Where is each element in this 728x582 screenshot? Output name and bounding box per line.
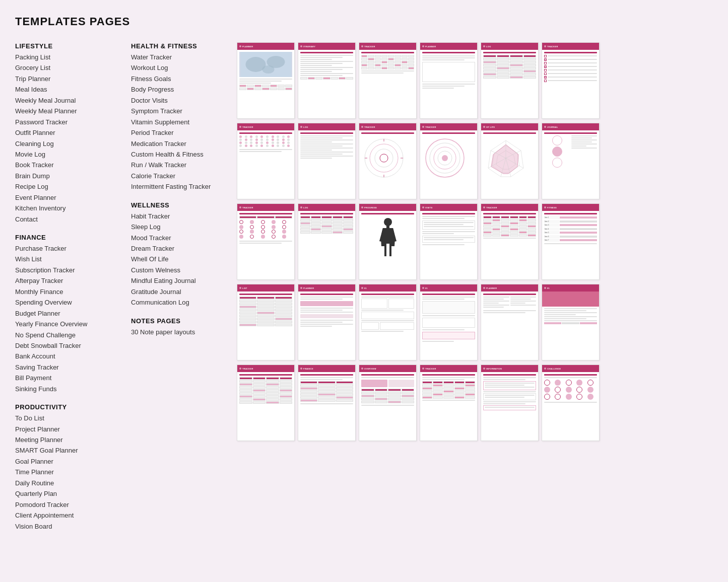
template-thumb-challenge[interactable]: CHALLENGE bbox=[542, 365, 600, 441]
list-item[interactable]: To Do List bbox=[15, 413, 126, 423]
template-thumb-pink-top[interactable]: 01 bbox=[542, 284, 600, 360]
list-item[interactable]: SMART Goal Planner bbox=[15, 445, 126, 456]
list-item[interactable]: Mindful Eating Journal bbox=[131, 275, 232, 286]
list-item[interactable]: Trip Planner bbox=[15, 74, 126, 84]
template-thumb-dotgrid[interactable]: TRACKER bbox=[237, 123, 295, 199]
template-thumb-form2[interactable]: 01 bbox=[420, 284, 478, 360]
list-item[interactable]: Weekly Meal Planner bbox=[15, 106, 126, 116]
list-item[interactable]: Password Tracker bbox=[15, 117, 126, 127]
finance-list: Purchase Tracker Wish List Subscription … bbox=[15, 243, 126, 394]
list-item[interactable]: Outfit Planner bbox=[15, 127, 126, 138]
list-item[interactable]: Period Tracker bbox=[131, 127, 232, 138]
template-thumb-circle-tracker[interactable]: TRACKER bbox=[359, 123, 417, 199]
list-item[interactable]: Purchase Tracker bbox=[15, 243, 126, 254]
wheel-of-life-svg bbox=[483, 135, 528, 181]
template-thumb-planner4[interactable]: PLANNER bbox=[481, 284, 539, 360]
list-item[interactable]: Vitamin Supplement bbox=[131, 117, 232, 127]
list-item[interactable]: Pomodord Tracker bbox=[15, 499, 126, 510]
list-item[interactable]: Time Planner bbox=[15, 467, 126, 477]
list-item[interactable]: Run / Walk Tracker bbox=[131, 160, 232, 170]
template-thumb-log[interactable]: LOG bbox=[481, 42, 539, 119]
list-item[interactable]: Bill Payment bbox=[15, 373, 126, 383]
list-item[interactable]: Subscription Tracker bbox=[15, 265, 126, 275]
list-item[interactable]: Kitchen Inventory bbox=[15, 203, 126, 213]
list-item[interactable]: Movie Log bbox=[15, 149, 126, 160]
list-item[interactable]: Calorie Tracker bbox=[131, 171, 232, 181]
list-item[interactable]: Water Tracker bbox=[131, 52, 232, 62]
list-item[interactable]: Intermittent Fasting Tracker bbox=[131, 181, 232, 192]
template-thumb-planner-map[interactable]: PLANNER bbox=[237, 42, 295, 119]
template-thumb-planner-blank[interactable]: PLANNER bbox=[420, 42, 478, 119]
list-item[interactable]: Symptom Tracker bbox=[131, 106, 232, 116]
list-item[interactable]: Sleep Log bbox=[131, 222, 232, 232]
list-item[interactable]: Medication Tracker bbox=[131, 138, 232, 149]
list-item[interactable]: Quarterly Plan bbox=[15, 488, 126, 499]
list-item[interactable]: Sinking Funds bbox=[15, 384, 126, 394]
list-item[interactable]: Mood Tracker bbox=[131, 233, 232, 243]
list-item[interactable]: Doctor Visits bbox=[131, 95, 232, 106]
list-item[interactable]: Book Tracker bbox=[15, 160, 126, 170]
list-item[interactable]: Meeting Planner bbox=[15, 434, 126, 445]
template-thumb-circle-tracker2[interactable]: TRACKER bbox=[420, 123, 478, 199]
template-thumb-grid5[interactable]: TRACKER bbox=[420, 365, 478, 441]
template-thumb-wheel-of-life[interactable]: OF LIFE bbox=[481, 123, 539, 199]
finance-category: FINANCE Purchase Tracker Wish List Subsc… bbox=[15, 234, 126, 394]
list-item[interactable]: Vision Board bbox=[15, 521, 126, 532]
list-item[interactable]: Bank Account bbox=[15, 351, 126, 361]
template-thumb-finance[interactable]: FINANCE bbox=[298, 365, 356, 441]
list-item[interactable]: Daily Routine bbox=[15, 478, 126, 488]
list-item[interactable]: Weekly Meal Journal bbox=[15, 95, 126, 106]
template-thumb-tracker-grid[interactable]: TRACKER bbox=[359, 42, 417, 119]
template-thumb-information[interactable]: INFORMATION bbox=[481, 365, 539, 441]
list-item[interactable]: Contact bbox=[15, 214, 126, 225]
list-item[interactable]: Whell Of Life bbox=[131, 254, 232, 264]
list-item[interactable]: Custom Welness bbox=[131, 265, 232, 275]
list-item[interactable]: Saving Tracker bbox=[15, 362, 126, 373]
template-thumb-log-lines[interactable]: LOG bbox=[298, 123, 356, 199]
list-item[interactable]: Project Planner bbox=[15, 424, 126, 434]
template-thumb-log2[interactable]: LOG bbox=[298, 203, 356, 280]
list-item[interactable]: Spending Overview bbox=[15, 297, 126, 308]
list-item[interactable]: Monthly Finance bbox=[15, 286, 126, 297]
thumb-row-5: TRACKER FIN bbox=[237, 365, 713, 441]
list-item[interactable]: Grocery List bbox=[15, 62, 126, 73]
template-thumb-overview[interactable]: OVERVIEW bbox=[359, 365, 417, 441]
list-item[interactable]: Gratitude Journal bbox=[131, 286, 232, 297]
list-item[interactable]: Habit Tracker bbox=[131, 211, 232, 222]
list-item[interactable]: Cleaning Log bbox=[15, 138, 126, 149]
list-item[interactable]: Body Progress bbox=[131, 84, 232, 95]
list-item[interactable]: Goal Planner bbox=[15, 456, 126, 467]
list-item[interactable]: Dream Tracker bbox=[131, 243, 232, 254]
list-item[interactable]: Recipe Log bbox=[15, 181, 126, 192]
template-thumb-form1[interactable]: 01 bbox=[359, 284, 417, 360]
list-item[interactable]: Fitness Goals bbox=[131, 74, 232, 84]
list-item[interactable]: Debt Snowball Tracker bbox=[15, 340, 126, 351]
thumb-row-2: TRACKER LOG bbox=[237, 123, 713, 199]
template-thumb-planner3[interactable]: PLANNER bbox=[298, 284, 356, 360]
template-thumb-visits[interactable]: VISITS bbox=[420, 203, 478, 280]
list-item[interactable]: Yearly Finance Overview bbox=[15, 319, 126, 329]
template-thumb-fitness[interactable]: FITNESS Item 1 Item 2 Item 3 Item 4 Item… bbox=[542, 203, 600, 280]
list-item[interactable]: Client Appointement bbox=[15, 510, 126, 521]
template-thumb-journal[interactable]: JOURNAL bbox=[542, 123, 600, 199]
list-item[interactable]: No Spend Challenge bbox=[15, 330, 126, 340]
list-item[interactable]: Brain Dump bbox=[15, 171, 126, 181]
template-thumb-list[interactable]: LIST bbox=[237, 284, 295, 360]
list-item[interactable]: Event Planner bbox=[15, 192, 126, 203]
list-item[interactable]: Custom Health & Fitness bbox=[131, 149, 232, 160]
template-thumb-grid2[interactable]: TRACKER bbox=[481, 203, 539, 280]
template-thumb-checklist[interactable]: TRACKER bbox=[542, 42, 600, 119]
list-item[interactable]: Packing List bbox=[15, 52, 126, 62]
list-item[interactable]: Budget Planner bbox=[15, 308, 126, 319]
list-item[interactable]: Afterpay Tracker bbox=[15, 275, 126, 286]
list-item[interactable]: Communication Log bbox=[131, 297, 232, 308]
productivity-category: PRODUCTIVITY To Do List Project Planner … bbox=[15, 403, 126, 532]
template-thumb-progress-silhouette[interactable]: PROGRESS bbox=[359, 203, 417, 280]
template-thumb-itinerary[interactable]: ITINERARY bbox=[298, 42, 356, 119]
template-thumb-dotgrid2[interactable]: TRACKER bbox=[237, 203, 295, 280]
list-item[interactable]: Meal Ideas bbox=[15, 84, 126, 95]
list-item[interactable]: Workout Log bbox=[131, 62, 232, 73]
list-item[interactable]: 30 Note paper layouts bbox=[131, 327, 232, 337]
template-thumb-grid4[interactable]: TRACKER bbox=[237, 365, 295, 441]
list-item[interactable]: Wish List bbox=[15, 254, 126, 264]
